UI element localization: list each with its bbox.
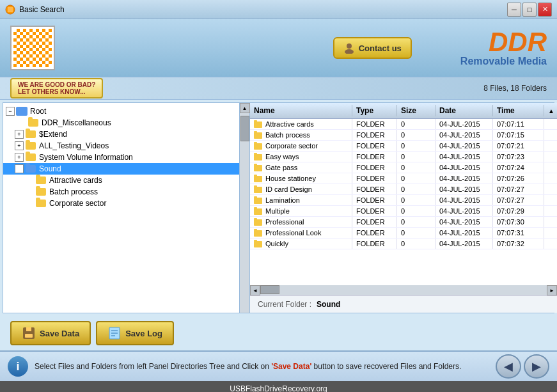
td-date: 04-JUL-2015 <box>435 130 493 140</box>
td-type: FOLDER <box>352 152 397 162</box>
svg-rect-3 <box>254 122 262 128</box>
svg-rect-23 <box>254 230 262 237</box>
tree-item-root-label: Root <box>30 107 46 116</box>
td-time: 07:07:29 <box>493 206 544 216</box>
app-icon <box>5 4 15 15</box>
svg-rect-18 <box>254 196 257 198</box>
table-row[interactable]: Corporate sector FOLDER 0 04-JUL-2015 07… <box>250 141 557 152</box>
expand-root[interactable]: − <box>6 107 15 116</box>
maximize-button[interactable]: □ <box>522 3 537 17</box>
td-name: House stationey <box>250 173 352 184</box>
logo-box <box>10 26 55 70</box>
close-button[interactable]: ✕ <box>538 3 552 17</box>
forward-button[interactable]: ▶ <box>524 354 549 379</box>
col-header-type: Type <box>352 105 397 116</box>
table-row[interactable]: ID card Design FOLDER 0 04-JUL-2015 07:0… <box>250 184 557 195</box>
expand-sound[interactable]: − <box>15 164 24 173</box>
table-row[interactable]: Professional FOLDER 0 04-JUL-2015 07:07:… <box>250 217 557 228</box>
td-date: 04-JUL-2015 <box>435 217 493 227</box>
td-time: 07:07:21 <box>493 141 544 151</box>
current-folder-value: Sound <box>317 300 340 309</box>
ddr-misc-icon <box>27 118 39 127</box>
tree-item-root[interactable]: − Root <box>3 106 239 117</box>
tree-item-batch-label: Batch process <box>49 187 98 196</box>
svg-rect-11 <box>254 165 262 171</box>
svg-rect-4 <box>254 120 257 122</box>
current-folder: Current Folder : Sound <box>250 295 557 313</box>
svg-rect-9 <box>254 154 262 161</box>
tree-scrollbar[interactable]: ▲ <box>240 103 250 313</box>
scroll-left-arrow[interactable]: ◄ <box>250 285 260 295</box>
td-date: 04-JUL-2015 <box>435 162 493 173</box>
td-type: FOLDER <box>352 141 397 151</box>
horiz-scroll-track <box>260 285 547 295</box>
svg-rect-16 <box>254 185 257 187</box>
td-name: Attractive cards <box>250 119 352 129</box>
horiz-scroll-thumb[interactable] <box>260 285 279 294</box>
minimize-button[interactable]: ─ <box>507 3 521 17</box>
tree-item-ddr-misc[interactable]: DDR_Miscellaneous <box>3 117 239 129</box>
tree-item-sound[interactable]: − Sound <box>3 163 239 175</box>
td-size: 0 <box>397 195 435 205</box>
sound-icon <box>25 164 36 173</box>
td-time: 07:07:24 <box>493 162 544 173</box>
tree-item-attractive-label: Attractive cards <box>49 176 102 185</box>
td-type: FOLDER <box>352 206 397 216</box>
table-row[interactable]: Easy ways FOLDER 0 04-JUL-2015 07:07:23 <box>250 152 557 162</box>
td-name: Easy ways <box>250 152 352 162</box>
expand-extend[interactable]: + <box>15 130 24 139</box>
table-row[interactable]: Lamination FOLDER 0 04-JUL-2015 07:07:27 <box>250 195 557 206</box>
expand-all-testing[interactable]: + <box>15 141 24 150</box>
status-text: Select Files and Folders from left Panel… <box>35 362 489 371</box>
contact-button[interactable]: Contact us <box>333 37 412 59</box>
svg-rect-26 <box>254 240 257 242</box>
col-header-sort[interactable]: ▲ <box>544 105 557 116</box>
td-name: Professional <box>250 217 352 227</box>
td-date: 04-JUL-2015 <box>435 206 493 216</box>
table-row[interactable]: House stationey FOLDER 0 04-JUL-2015 07:… <box>250 173 557 184</box>
table-row[interactable]: Quickly FOLDER 0 04-JUL-2015 07:07:32 <box>250 239 557 249</box>
expand-sys-vol[interactable]: + <box>15 153 24 162</box>
table-row[interactable]: Multiple FOLDER 0 04-JUL-2015 07:07:29 <box>250 206 557 217</box>
tree-item-batch[interactable]: Batch process <box>3 186 239 198</box>
horiz-scrollbar[interactable]: ◄ ► <box>250 285 557 295</box>
td-size: 0 <box>397 119 435 129</box>
tree-item-all-testing[interactable]: + ALL_Testing_Videos <box>3 140 239 152</box>
tree-item-corporate[interactable]: Corporate sector <box>3 198 239 209</box>
main-content: − Root DDR_Miscellaneous + $Extend + ALL… <box>3 102 554 313</box>
back-button[interactable]: ◀ <box>496 354 521 379</box>
current-folder-label: Current Folder : <box>258 300 311 309</box>
tree-item-extend[interactable]: + $Extend <box>3 129 239 140</box>
td-size: 0 <box>397 141 435 151</box>
tree-item-all-testing-label: ALL_Testing_Videos <box>39 141 109 150</box>
col-header-date: Date <box>435 105 493 116</box>
table-row[interactable]: Attractive cards FOLDER 0 04-JUL-2015 07… <box>250 119 557 130</box>
td-time: 07:07:27 <box>493 184 544 194</box>
td-size: 0 <box>397 162 435 173</box>
table-row[interactable]: Professional Look FOLDER 0 04-JUL-2015 0… <box>250 228 557 239</box>
scroll-up-arrow[interactable]: ▲ <box>240 103 250 113</box>
tree-item-sys-vol-label: System Volume Information <box>39 153 133 162</box>
table-row[interactable]: Batch process FOLDER 0 04-JUL-2015 07:07… <box>250 130 557 141</box>
status-bar: i Select Files and Folders from left Pan… <box>0 350 557 381</box>
scroll-right-arrow[interactable]: ► <box>547 285 557 295</box>
td-size: 0 <box>397 130 435 140</box>
svg-rect-24 <box>254 229 257 231</box>
col-header-size: Size <box>397 105 435 116</box>
table-header: Name Type Size Date Time ▲ <box>250 103 557 119</box>
table-row[interactable]: Gate pass FOLDER 0 04-JUL-2015 07:07:24 <box>250 162 557 173</box>
td-date: 04-JUL-2015 <box>435 228 493 238</box>
save-log-button[interactable]: Save Log <box>96 321 174 345</box>
logo-checkerboard <box>13 29 52 67</box>
tree-item-sys-vol[interactable]: + System Volume Information <box>3 152 239 163</box>
save-data-button[interactable]: Save Data <box>10 321 91 345</box>
svg-rect-12 <box>254 164 257 166</box>
tree-item-extend-label: $Extend <box>39 130 67 139</box>
tree-item-sound-label: Sound <box>39 164 61 173</box>
folder-row-icon <box>254 229 263 237</box>
col-header-name: Name <box>250 105 352 116</box>
td-name: Lamination <box>250 195 352 205</box>
scroll-thumb[interactable] <box>240 116 249 141</box>
svg-rect-14 <box>254 175 257 176</box>
tree-item-attractive[interactable]: Attractive cards <box>3 175 239 186</box>
